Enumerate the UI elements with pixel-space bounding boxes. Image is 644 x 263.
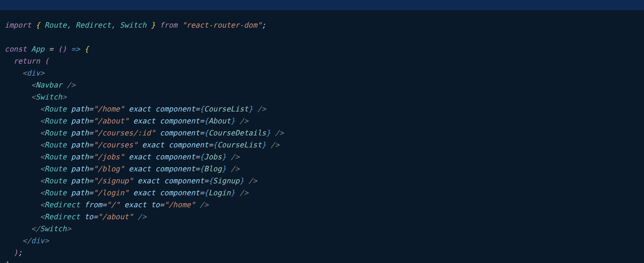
tag-bracket: < xyxy=(40,212,45,221)
code-line: <Route path="/blog" exact component={Blo… xyxy=(5,163,644,175)
tag-bracket: > xyxy=(40,69,45,77)
semicolon: ; xyxy=(262,21,266,29)
code-line: <Route path="/home" exact component={Cou… xyxy=(5,103,644,115)
code-line-blank xyxy=(5,31,644,43)
routes-block: <Route path="/home" exact component={Cou… xyxy=(5,103,644,199)
code-line: <Route path="/jobs" exact component={Job… xyxy=(5,151,644,163)
code-line: const App = () => { xyxy=(5,43,644,55)
code-line: ); xyxy=(5,247,644,259)
paren: ( xyxy=(45,57,49,65)
window-titlebar xyxy=(0,0,644,10)
tag-bracket: < xyxy=(23,236,27,245)
tag-bracket: / xyxy=(200,200,204,209)
tag-bracket: / xyxy=(138,212,142,221)
tag-bracket: > xyxy=(67,224,71,233)
code-line: <Route path="/login" exact component={Lo… xyxy=(5,187,644,199)
string-to: "/home" xyxy=(164,200,195,209)
brace: { xyxy=(84,45,89,53)
operator-eq: = xyxy=(93,212,98,221)
keyword-return: return xyxy=(13,57,40,65)
paren-close: ) xyxy=(13,248,18,257)
attr-from: from xyxy=(84,200,102,209)
brace: } xyxy=(151,21,155,29)
code-editor[interactable]: import { Route, Redirect, Switch } from … xyxy=(0,10,644,263)
code-line: <Navbar /> xyxy=(5,79,644,91)
import-names: Route, Redirect, Switch xyxy=(45,21,147,29)
code-line: <Switch> xyxy=(5,91,644,103)
code-line: </Switch> xyxy=(5,223,644,235)
string-module: "react-router-dom" xyxy=(182,21,261,29)
tag-bracket: / xyxy=(35,224,40,233)
keyword-import: import xyxy=(5,21,31,29)
code-line: <Route path="/courses/:id" component={Co… xyxy=(5,127,644,139)
parens: () xyxy=(58,45,67,53)
string-from: "/" xyxy=(107,200,120,209)
tag-bracket: < xyxy=(23,69,27,77)
tag-switch: Switch xyxy=(35,93,62,101)
tag-redirect: Redirect xyxy=(45,200,80,209)
tag-bracket: < xyxy=(40,200,45,209)
tag-bracket: < xyxy=(31,81,36,89)
tag-div: div xyxy=(31,236,45,245)
code-line: <Route path="/signup" exact component={S… xyxy=(5,175,644,187)
tag-bracket: > xyxy=(62,93,67,101)
tag-bracket: > xyxy=(204,200,209,209)
tag-bracket: < xyxy=(31,224,36,233)
tag-switch: Switch xyxy=(40,224,67,233)
code-line: }; xyxy=(5,259,644,263)
brace: { xyxy=(35,21,40,29)
operator-eq: = xyxy=(160,200,164,209)
tag-bracket: < xyxy=(31,93,36,101)
brace-close: } xyxy=(5,260,9,263)
code-line: <Redirect from="/" exact to="/home" /> xyxy=(5,199,644,211)
identifier-app: App xyxy=(31,45,45,53)
code-line: <Route path="/courses" exact component={… xyxy=(5,139,644,151)
attr-to: to xyxy=(84,212,93,221)
tag-bracket: > xyxy=(71,81,76,89)
tag-navbar: Navbar xyxy=(35,81,62,89)
attr-exact: exact xyxy=(124,200,146,209)
tag-div: div xyxy=(27,69,40,77)
keyword-from: from xyxy=(160,21,178,29)
code-line: <div> xyxy=(5,67,644,79)
tag-redirect: Redirect xyxy=(45,212,80,221)
semicolon: ; xyxy=(18,248,23,257)
tag-bracket: > xyxy=(45,236,49,245)
tag-bracket: / xyxy=(67,81,71,89)
code-line: <Redirect to="/about" /> xyxy=(5,211,644,223)
tag-bracket: > xyxy=(142,212,147,221)
code-line: import { Route, Redirect, Switch } from … xyxy=(5,19,644,31)
attr-to: to xyxy=(151,200,160,209)
code-line: return ( xyxy=(5,55,644,67)
code-line: </div> xyxy=(5,235,644,247)
code-line: <Route path="/about" exact component={Ab… xyxy=(5,115,644,127)
keyword-const: const xyxy=(5,45,27,53)
arrow: => xyxy=(71,45,80,53)
operator-eq: = xyxy=(49,45,53,53)
semicolon: ; xyxy=(9,260,14,263)
operator-eq: = xyxy=(102,200,107,209)
string-to: "/about" xyxy=(98,212,133,221)
tag-bracket: / xyxy=(27,236,31,245)
